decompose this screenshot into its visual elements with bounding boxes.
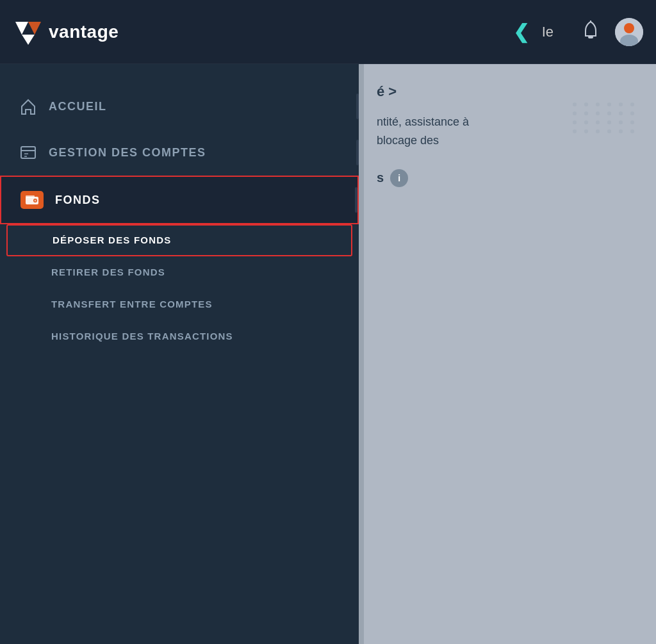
- dot: [630, 129, 634, 133]
- dot: [619, 120, 623, 124]
- dot: [573, 111, 577, 115]
- submenu-item-transfert[interactable]: TRANSFERT ENTRE COMPTES: [0, 288, 359, 320]
- nav-divider: [355, 187, 357, 213]
- sidebar-item-accueil[interactable]: ACCUEIL: [0, 83, 359, 129]
- logo-area: vantage: [13, 17, 119, 47]
- svg-marker-1: [28, 22, 41, 35]
- submenu-item-historique[interactable]: HISTORIQUE DES TRANSACTIONS: [0, 320, 359, 352]
- submenu-item-deposer-label: DÉPOSER DES FONDS: [53, 235, 171, 245]
- header: vantage ❮ Ie: [0, 0, 656, 64]
- dot: [607, 103, 611, 106]
- sidebar-item-accueil-label: ACCUEIL: [49, 100, 107, 113]
- fonds-submenu: DÉPOSER DES FONDS RETIRER DES FONDS TRAN…: [0, 224, 359, 352]
- header-page-title: Ie: [542, 24, 554, 40]
- dot: [630, 120, 634, 124]
- wallet-icon: [20, 191, 44, 209]
- right-panel: é > ntité, assistance à blocage des: [359, 64, 656, 644]
- sidebar-item-fonds-label: FONDS: [55, 194, 101, 207]
- sidebar-item-gestion-label: GESTION DES COMPTES: [49, 146, 206, 160]
- dot: [630, 103, 634, 106]
- svg-rect-8: [21, 147, 35, 158]
- sidebar-item-gestion[interactable]: GESTION DES COMPTES: [0, 129, 359, 176]
- info-button[interactable]: i: [390, 169, 408, 187]
- dot: [573, 103, 577, 106]
- submenu-item-historique-label: HISTORIQUE DES TRANSACTIONS: [51, 331, 233, 342]
- bell-icon: [579, 19, 602, 42]
- right-breadcrumb: é >: [377, 83, 637, 100]
- dot: [596, 129, 600, 133]
- dot: [596, 103, 600, 106]
- dot: [573, 120, 577, 124]
- dot: [596, 111, 600, 115]
- header-icons: [579, 18, 643, 46]
- main-layout: ACCUEIL GESTION DES COMPTES: [0, 64, 656, 644]
- back-arrow-button[interactable]: ❮: [513, 22, 529, 42]
- svg-rect-3: [588, 36, 593, 38]
- dot: [607, 111, 611, 115]
- dot: [619, 129, 623, 133]
- sidebar: ACCUEIL GESTION DES COMPTES: [0, 64, 359, 644]
- dot: [607, 129, 611, 133]
- header-nav: ❮ Ie: [513, 22, 554, 42]
- right-section-lower: s i: [377, 169, 637, 187]
- dot: [596, 120, 600, 124]
- home-icon: [19, 97, 37, 115]
- submenu-item-deposer[interactable]: DÉPOSER DES FONDS: [6, 224, 352, 256]
- logo-text: vantage: [49, 22, 119, 42]
- accounts-icon: [19, 144, 37, 161]
- user-avatar-button[interactable]: [615, 18, 643, 46]
- dot: [619, 103, 623, 106]
- dots-decoration: [573, 103, 637, 133]
- info-icon: i: [398, 173, 400, 183]
- dot: [573, 129, 577, 133]
- notification-bell-button[interactable]: [579, 19, 602, 45]
- vantage-logo-icon: [13, 17, 44, 47]
- svg-point-6: [624, 23, 634, 33]
- dot: [584, 111, 588, 115]
- dot: [584, 129, 588, 133]
- user-avatar-icon: [615, 18, 643, 46]
- breadcrumb-text: é >: [377, 83, 397, 100]
- sidebar-item-fonds[interactable]: FONDS: [0, 176, 359, 224]
- dot: [630, 111, 634, 115]
- fonds-icon-bg: [20, 191, 44, 209]
- dot: [607, 120, 611, 124]
- right-panel-content: é > ntité, assistance à blocage des: [364, 64, 656, 206]
- right-section-text: s: [377, 170, 384, 185]
- submenu-item-retirer-label: RETIRER DES FONDS: [51, 267, 165, 277]
- dot: [619, 111, 623, 115]
- svg-marker-2: [22, 35, 35, 45]
- description-line2: blocage des: [377, 131, 637, 150]
- svg-point-15: [35, 200, 37, 202]
- svg-marker-0: [15, 22, 28, 35]
- dot: [584, 120, 588, 124]
- submenu-item-retirer[interactable]: RETIRER DES FONDS: [0, 256, 359, 288]
- dot: [584, 103, 588, 106]
- submenu-item-transfert-label: TRANSFERT ENTRE COMPTES: [51, 299, 213, 310]
- scrollbar[interactable]: [359, 64, 364, 644]
- svg-rect-13: [26, 195, 35, 198]
